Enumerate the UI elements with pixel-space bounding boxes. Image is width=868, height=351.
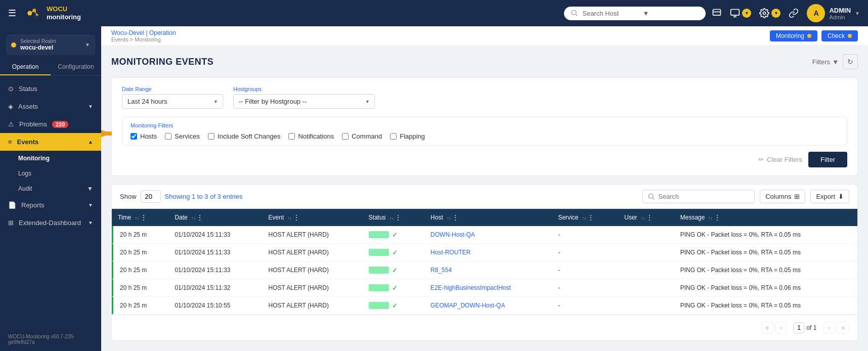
checkbox-services-input[interactable] xyxy=(165,133,171,140)
entries-count: Showing 1 to 3 of 3 entries xyxy=(165,193,243,200)
sidebar-sub-item-monitoring[interactable]: Monitoring xyxy=(0,151,101,166)
cell-status: ✓ xyxy=(363,279,424,297)
settings-icon[interactable]: ▼ xyxy=(759,8,780,18)
first-page-btn[interactable]: « xyxy=(761,322,774,334)
monitoring-btn-label: Monitoring xyxy=(776,32,804,39)
user-role: Admin xyxy=(829,14,851,20)
clear-filters-btn[interactable]: ✏ Clear Filters xyxy=(758,156,802,163)
filters-label: Filters xyxy=(812,58,830,66)
host-link[interactable]: E2E-highBusinessImpactHost xyxy=(430,284,511,291)
checkbox-notifications-input[interactable] xyxy=(288,133,295,140)
hostgroup-select[interactable]: -- Filter by Hostgroup -- xyxy=(233,94,375,109)
svg-point-6 xyxy=(572,10,577,15)
svg-point-13 xyxy=(648,194,653,198)
page-header: MONITORING EVENTS Filters ▼ ↻ xyxy=(111,54,858,69)
next-page-btn[interactable]: › xyxy=(823,322,835,334)
export-btn[interactable]: Export ⬇ xyxy=(810,190,849,203)
sidebar-item-status-label: Status xyxy=(19,85,37,93)
host-link[interactable]: DOWN-Host-QA xyxy=(430,231,475,238)
sidebar-sub-item-logs[interactable]: Logs xyxy=(0,166,101,181)
checkbox-command[interactable]: Command xyxy=(342,133,382,140)
date-range-select[interactable]: Last 24 hours Last 7 days Last 30 days xyxy=(122,94,223,109)
sidebar-item-extended-dashboard[interactable]: ⊞ Extended-Dashboard ▼ xyxy=(0,214,101,232)
col-date[interactable]: Date ↑↓ ⋮ xyxy=(168,209,262,226)
date-range-group: Date Range Last 24 hours Last 7 days Las… xyxy=(122,86,223,109)
host-link[interactable]: GEOMAP_DOWN-Host-QA xyxy=(430,302,505,309)
tab-configuration[interactable]: Configuration xyxy=(51,59,101,75)
entries-select[interactable]: 20 50 100 xyxy=(141,190,161,203)
cell-status: ✓ xyxy=(363,297,424,315)
col-status[interactable]: Status ↑↓ ⋮ xyxy=(363,209,424,226)
status-icon: ⊙ xyxy=(8,85,14,93)
sidebar-item-problems[interactable]: ⚠ Problems 220 xyxy=(0,115,101,133)
logo: WOCU monitoring xyxy=(24,4,81,22)
checkbox-include-soft[interactable]: Include Soft Changes xyxy=(208,133,280,140)
extended-dashboard-icon: ⊞ xyxy=(8,219,14,227)
col-user[interactable]: User ↑↓ ⋮ xyxy=(618,209,674,226)
realm-selector[interactable]: Selected Realm wocu-devel ▼ xyxy=(6,34,95,55)
col-message[interactable]: Message ↑↓ ⋮ xyxy=(674,209,857,226)
sidebar-item-reports[interactable]: 📄 Reports ▼ xyxy=(0,196,101,214)
topnav-icons: ▼ ▼ A ADMIN Admin ▼ xyxy=(712,4,860,22)
filter-btn-label: Filter xyxy=(820,156,835,163)
col-event[interactable]: Event ↑↓ ⋮ xyxy=(263,209,363,226)
filter-btn[interactable]: Filter xyxy=(808,152,847,167)
of-label: of 1 xyxy=(806,324,816,331)
cell-service: - xyxy=(552,297,618,315)
breadcrumb-bar: Wocu-Devel | Operation Events > Monitori… xyxy=(101,26,868,46)
col-service[interactable]: Service ↑↓ ⋮ xyxy=(552,209,618,226)
realm-info: Selected Realm wocu-devel xyxy=(20,38,81,51)
user-dropdown-icon[interactable]: ▼ xyxy=(855,11,860,16)
filters-toggle-btn[interactable]: Filters ▼ xyxy=(812,58,839,66)
sidebar-item-status[interactable]: ⊙ Status xyxy=(0,80,101,98)
prev-page-btn[interactable]: ‹ xyxy=(775,322,787,334)
hamburger-icon[interactable]: ☰ xyxy=(8,8,16,19)
filter-actions: ✏ Clear Filters Filter xyxy=(122,152,847,167)
realm-dot xyxy=(11,42,16,48)
search-host-input[interactable]: Search Host ▼ xyxy=(564,7,706,20)
col-time[interactable]: Time ↑↓ ⋮ xyxy=(112,209,168,226)
svg-line-7 xyxy=(576,14,578,16)
cell-message: PING OK - Packet loss = 0%, RTA = 0.05 m… xyxy=(674,261,857,279)
notifications-icon[interactable] xyxy=(712,8,722,18)
search-host-dropdown-icon[interactable]: ▼ xyxy=(642,10,699,17)
monitor-icon[interactable]: ▼ xyxy=(730,8,751,18)
checkbox-services[interactable]: Services xyxy=(165,133,200,140)
col-host[interactable]: Host ↑↓ ⋮ xyxy=(424,209,552,226)
tab-operation[interactable]: Operation xyxy=(0,59,51,75)
cell-time: 20 h 25 m xyxy=(112,226,168,244)
sidebar-item-events-label: Events xyxy=(17,138,39,146)
checkbox-include-soft-input[interactable] xyxy=(208,133,214,140)
page-select[interactable]: 1 xyxy=(794,322,804,333)
cell-date: 01/10/2024 15:11:33 xyxy=(168,226,262,244)
refresh-btn[interactable]: ↻ xyxy=(843,54,858,69)
link-icon[interactable] xyxy=(789,8,799,18)
sidebar-item-assets[interactable]: ◈ Assets ▼ xyxy=(0,98,101,115)
host-link[interactable]: R8_554 xyxy=(430,267,452,274)
checkbox-notifications[interactable]: Notifications xyxy=(288,133,334,140)
user-profile[interactable]: A ADMIN Admin ▼ xyxy=(807,4,860,22)
date-range-select-wrapper: Last 24 hours Last 7 days Last 30 days xyxy=(122,94,223,109)
table-search-input[interactable] xyxy=(658,193,749,200)
checkbox-flapping[interactable]: Flapping xyxy=(390,133,425,140)
checkbox-command-input[interactable] xyxy=(342,133,349,140)
checkbox-hosts[interactable]: Hosts xyxy=(131,133,157,140)
columns-btn[interactable]: Columns ⊞ xyxy=(760,190,805,203)
sidebar-item-assets-label: Assets xyxy=(18,103,38,110)
sidebar-sub-item-audit[interactable]: Audit ▼ xyxy=(0,181,101,196)
last-page-btn[interactable]: » xyxy=(837,322,849,334)
table-header: Time ↑↓ ⋮ Date ↑↓ ⋮ Event ↑↓ ⋮ Status ↑↓… xyxy=(112,209,857,226)
breadcrumb-buttons: Monitoring Check xyxy=(770,30,858,41)
realm-chevron-icon[interactable]: ▼ xyxy=(85,42,90,48)
host-link[interactable]: Host-ROUTER xyxy=(430,249,470,256)
avatar: A xyxy=(807,4,825,22)
sidebar-item-events[interactable]: ≡ Events ▲ xyxy=(0,133,101,151)
breadcrumb-link[interactable]: Wocu-Devel | Operation xyxy=(111,29,176,36)
checkbox-hosts-input[interactable] xyxy=(131,133,137,140)
btn-monitoring[interactable]: Monitoring xyxy=(770,30,817,41)
arrow-annotation xyxy=(101,118,127,149)
cell-user xyxy=(618,226,674,244)
cell-date: 01/10/2024 15:11:33 xyxy=(168,261,262,279)
checkbox-flapping-input[interactable] xyxy=(390,133,397,140)
btn-check[interactable]: Check xyxy=(821,30,858,41)
